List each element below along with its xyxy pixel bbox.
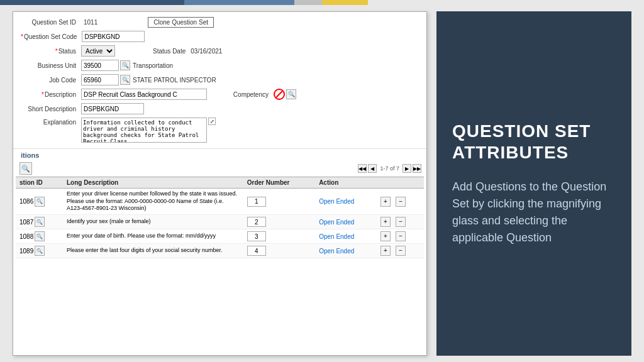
row-order xyxy=(243,244,315,258)
add-row-button[interactable]: + xyxy=(380,231,391,241)
explanation-row: Explanation Information collected to con… xyxy=(21,118,419,143)
action-link[interactable]: Open Ended xyxy=(319,233,354,240)
row-controls: + − xyxy=(377,189,424,215)
business-unit-input[interactable] xyxy=(81,60,119,71)
remove-row-button[interactable]: − xyxy=(396,246,406,256)
explanation-label: Explanation xyxy=(21,118,77,126)
short-desc-row: Short Description xyxy=(21,103,419,114)
section-title: itions xyxy=(13,148,426,160)
question-set-code-label: Question Set Code xyxy=(21,33,78,40)
last-page-button[interactable]: ▶▶ xyxy=(413,164,421,173)
top-bar-segment-2 xyxy=(184,0,295,5)
expand-icon[interactable]: ⤢ xyxy=(208,118,216,125)
order-input[interactable] xyxy=(247,246,266,256)
job-code-desc: STATE PATROL INSPECTOR xyxy=(133,77,216,84)
col-header-action: Action xyxy=(315,177,377,189)
table-search-icon[interactable]: 🔍 xyxy=(19,162,32,175)
action-link[interactable]: Open Ended xyxy=(319,198,354,205)
top-bar-segment-4 xyxy=(322,0,368,5)
question-set-id-value: 1011 xyxy=(84,19,97,26)
row-id: 1089 🔍 xyxy=(16,244,63,258)
business-unit-row: Business Unit 🔍 Transportation xyxy=(21,60,419,71)
col-header-actions xyxy=(377,177,424,189)
row-controls: + − xyxy=(377,229,424,244)
status-date-value: 03/16/2021 xyxy=(191,48,222,55)
status-select[interactable]: Active xyxy=(81,45,115,57)
status-label: Status xyxy=(21,48,77,55)
row-action: Open Ended xyxy=(315,244,377,258)
action-link[interactable]: Open Ended xyxy=(319,219,354,226)
row-search-icon[interactable]: 🔍 xyxy=(35,217,45,227)
col-header-order: Order Number xyxy=(243,177,315,189)
clone-question-set-button[interactable]: Clone Question Set xyxy=(148,17,214,28)
explanation-textarea[interactable]: Information collected to conduct driver … xyxy=(81,118,207,143)
status-date-label: Status Date xyxy=(153,48,186,55)
row-description: Identify your sex (male or female) xyxy=(63,215,243,229)
remove-row-button[interactable]: − xyxy=(396,231,406,241)
row-description: Please enter the last four digits of you… xyxy=(63,244,243,258)
order-input[interactable] xyxy=(247,231,266,241)
top-bar-segment-5 xyxy=(368,0,644,5)
question-set-code-input[interactable] xyxy=(82,31,145,42)
first-page-button[interactable]: ◀◀ xyxy=(358,164,367,173)
row-search-icon[interactable]: 🔍 xyxy=(35,197,45,207)
right-panel-title: QUESTION SET ATTRIBUTES xyxy=(452,121,616,163)
remove-row-button[interactable]: − xyxy=(396,217,406,227)
row-id: 1086 🔍 xyxy=(16,189,63,215)
form-section: Question Set ID 1011 Clone Question Set … xyxy=(13,12,426,148)
top-bar xyxy=(0,0,644,5)
row-order xyxy=(243,229,315,244)
job-code-label: Job Code xyxy=(21,77,77,84)
short-desc-label: Short Description xyxy=(21,106,77,112)
add-row-button[interactable]: + xyxy=(380,246,391,256)
row-id: 1088 🔍 xyxy=(16,229,63,244)
table-toolbar: 🔍 ◀◀ ◀ 1-7 of 7 ▶ ▶▶ xyxy=(13,160,426,177)
job-code-row: Job Code 🔍 STATE PATROL INSPECTOR xyxy=(21,74,419,85)
description-input[interactable] xyxy=(81,89,207,100)
business-unit-label: Business Unit xyxy=(21,62,77,69)
question-set-id-label: Question Set ID xyxy=(21,19,77,26)
next-page-button[interactable]: ▶ xyxy=(402,164,411,173)
top-bar-segment-1 xyxy=(0,0,184,5)
prev-page-button[interactable]: ◀ xyxy=(368,164,377,173)
add-row-button[interactable]: + xyxy=(380,217,391,227)
table-row: 1088 🔍 Enter your date of birth. Please … xyxy=(16,229,424,244)
main-content: Question Set ID 1011 Clone Question Set … xyxy=(0,5,644,362)
row-search-icon[interactable]: 🔍 xyxy=(35,231,45,241)
col-header-desc: Long Description xyxy=(63,177,243,189)
description-label: Description xyxy=(21,91,77,98)
row-id: 1087 🔍 xyxy=(16,215,63,229)
question-set-id-row: Question Set ID 1011 Clone Question Set xyxy=(21,17,419,28)
order-input[interactable] xyxy=(247,197,266,207)
row-search-icon[interactable]: 🔍 xyxy=(35,246,45,256)
action-link[interactable]: Open Ended xyxy=(319,248,354,255)
row-order xyxy=(243,215,315,229)
row-action: Open Ended xyxy=(315,189,377,215)
table-row: 1089 🔍 Please enter the last four digits… xyxy=(16,244,424,258)
competency-label: Competency xyxy=(213,91,270,98)
job-code-input[interactable] xyxy=(81,74,119,85)
competency-search-icon[interactable]: 🔍 xyxy=(286,89,296,99)
add-row-button[interactable]: + xyxy=(380,197,391,207)
right-panel: QUESTION SET ATTRIBUTES Add Questions to… xyxy=(436,11,631,356)
question-set-code-row: Question Set Code xyxy=(21,31,419,42)
pagination: ◀◀ ◀ 1-7 of 7 ▶ ▶▶ xyxy=(358,164,421,173)
table-row: 1086 🔍 Enter your driver license number … xyxy=(16,189,424,215)
business-unit-search-icon[interactable]: 🔍 xyxy=(120,60,130,70)
short-desc-input[interactable] xyxy=(81,103,144,114)
order-input[interactable] xyxy=(247,217,266,227)
job-code-search-icon[interactable]: 🔍 xyxy=(120,75,130,85)
row-action: Open Ended xyxy=(315,215,377,229)
row-description: Enter your date of birth. Please use the… xyxy=(63,229,243,244)
row-order xyxy=(243,189,315,215)
col-header-id: stion ID xyxy=(16,177,63,189)
table-section: stion ID Long Description Order Number A… xyxy=(13,177,426,258)
description-row: Description Competency 🔍 xyxy=(21,89,419,100)
remove-row-button[interactable]: − xyxy=(396,197,406,207)
table-row: 1087 🔍 Identify your sex (male or female… xyxy=(16,215,424,229)
row-controls: + − xyxy=(377,215,424,229)
row-action: Open Ended xyxy=(315,229,377,244)
status-row: Status Active Status Date 03/16/2021 xyxy=(21,45,419,57)
questions-table: stion ID Long Description Order Number A… xyxy=(16,177,424,258)
row-controls: + − xyxy=(377,244,424,258)
